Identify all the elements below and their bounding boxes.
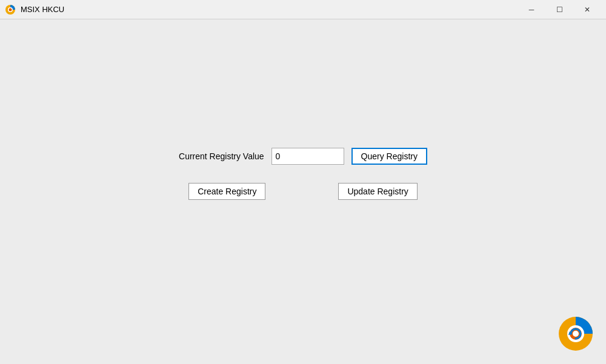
registry-label: Current Registry Value xyxy=(179,151,264,161)
minimize-button[interactable]: ─ xyxy=(518,0,545,19)
title-bar-controls: ─ ☐ ✕ xyxy=(518,0,601,19)
update-registry-button[interactable]: Update Registry xyxy=(338,183,417,200)
create-registry-button[interactable]: Create Registry xyxy=(188,183,265,200)
query-registry-button[interactable]: Query Registry xyxy=(351,148,427,165)
title-bar-left: MSIX HKCU xyxy=(5,4,64,15)
close-button[interactable]: ✕ xyxy=(573,0,601,19)
action-buttons-row: Create Registry Update Registry xyxy=(188,183,418,200)
registry-row: Current Registry Value Query Registry xyxy=(179,148,427,165)
title-bar: MSIX HKCU ─ ☐ ✕ xyxy=(0,0,606,19)
svg-point-6 xyxy=(573,331,579,337)
msix-logo-icon xyxy=(558,316,594,352)
svg-point-2 xyxy=(9,8,12,11)
app-title: MSIX HKCU xyxy=(21,5,64,14)
center-area: Current Registry Value Query Registry Cr… xyxy=(179,148,427,200)
bottom-logo xyxy=(558,316,594,352)
app-icon xyxy=(5,4,16,15)
main-content: Current Registry Value Query Registry Cr… xyxy=(0,19,606,364)
maximize-button[interactable]: ☐ xyxy=(545,0,573,19)
registry-value-input[interactable] xyxy=(271,148,344,165)
